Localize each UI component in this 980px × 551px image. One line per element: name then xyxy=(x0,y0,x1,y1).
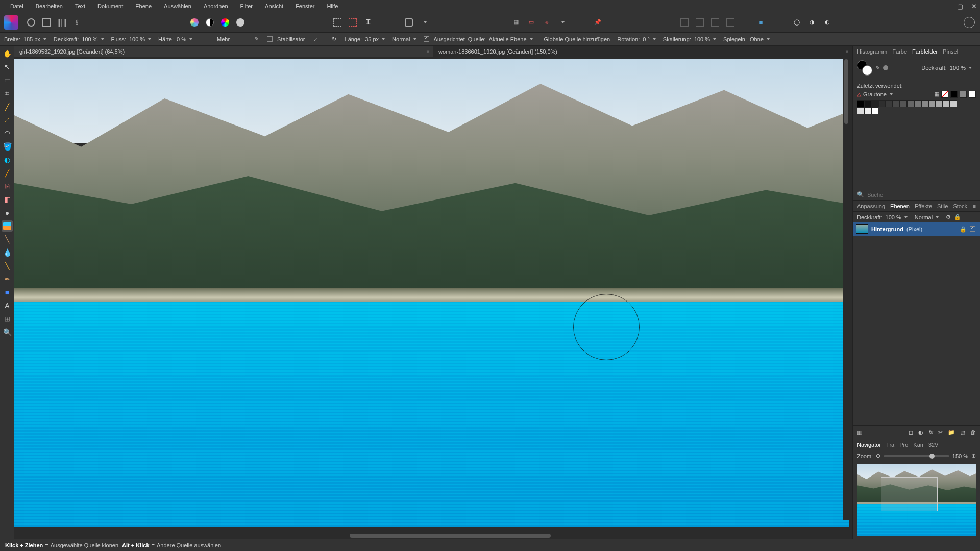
vector-tool-icon[interactable]: ✒ xyxy=(2,273,13,285)
menu-dokument[interactable]: Dokument xyxy=(91,1,129,11)
account-icon[interactable] xyxy=(964,17,975,28)
layer-blend-field[interactable]: Normal xyxy=(915,214,943,220)
tab-anpassung[interactable]: Anpassung xyxy=(857,203,885,209)
marquee-off-icon[interactable] xyxy=(346,16,359,29)
dodge-tool-icon[interactable]: ╲ xyxy=(2,234,13,245)
hardness-field[interactable]: 0 % xyxy=(177,36,197,42)
sw[interactable] xyxy=(857,100,864,107)
flow-field[interactable]: 100 % xyxy=(129,36,155,42)
navigator-preview[interactable] xyxy=(857,464,976,536)
swatch-grid-icon[interactable]: ▦ xyxy=(934,91,939,98)
layer-hintergrund[interactable]: Hintergrund (Pixel) 🔒 xyxy=(853,222,980,236)
color-swap-icon[interactable] xyxy=(862,65,872,76)
mirror-field[interactable]: Ohne xyxy=(750,36,774,42)
brush-tool-icon[interactable]: ╱ xyxy=(2,101,13,112)
tab-navigator[interactable]: Navigator xyxy=(857,442,881,448)
sw[interactable] xyxy=(871,107,878,114)
tab-effekte[interactable]: Effekte xyxy=(915,203,932,209)
doc-tab-1[interactable]: girl-1869532_1920.jpg [Geändert] (64,5%)… xyxy=(14,46,433,57)
stabiliser-checkbox[interactable] xyxy=(267,36,273,42)
menu-datei[interactable]: Datei xyxy=(4,1,30,11)
crop-tool-icon[interactable]: ⌗ xyxy=(2,88,13,99)
persona-liquify-icon[interactable] xyxy=(40,16,53,29)
layer-visible-checkbox[interactable] xyxy=(970,226,975,232)
swatch-preset-select[interactable]: Grautöne xyxy=(863,91,897,97)
magnet-caret[interactable] xyxy=(555,16,569,29)
align-center-icon[interactable]: ≡ xyxy=(754,16,768,29)
lasso-tool-icon[interactable]: ◠ xyxy=(2,128,13,139)
layers-group-icon[interactable]: ▥ xyxy=(857,429,862,436)
sw[interactable] xyxy=(936,100,943,107)
sw[interactable] xyxy=(928,100,936,107)
tab-ebenen[interactable]: Ebenen xyxy=(890,203,910,209)
menu-fenster[interactable]: Fenster xyxy=(289,1,321,11)
attach-icon[interactable]: ▭ xyxy=(525,16,538,29)
quicklook-icon[interactable] xyxy=(402,16,415,29)
hand-tool-icon[interactable]: ✋ xyxy=(2,48,13,59)
close-tab-1-icon[interactable]: × xyxy=(426,48,430,55)
blend-mode-field[interactable]: Normal xyxy=(392,36,420,42)
persona-photo-icon[interactable] xyxy=(24,16,38,29)
zoom-in-icon[interactable]: ⊕ xyxy=(971,453,976,459)
menu-bearbeiten[interactable]: Bearbeiten xyxy=(30,1,69,11)
tab-pinsel[interactable]: Pinsel xyxy=(943,48,958,55)
liquify-tool-icon[interactable]: 💧 xyxy=(2,247,13,258)
align3-icon[interactable] xyxy=(708,16,722,29)
tab-tra[interactable]: Tra xyxy=(886,442,894,448)
navigator-viewport[interactable] xyxy=(881,477,938,511)
persona-export-icon[interactable]: ⇪ xyxy=(70,16,84,29)
align1-icon[interactable] xyxy=(678,16,691,29)
close-tab-2-icon[interactable]: × xyxy=(845,48,849,55)
sw[interactable] xyxy=(886,100,893,107)
dropper-tool-icon[interactable]: ⟋ xyxy=(2,114,13,126)
tab-histogramm[interactable]: Histogramm xyxy=(857,48,887,55)
text-cursor-icon[interactable]: Ꮖ xyxy=(361,16,375,29)
clone-tool-icon[interactable]: ⎘ xyxy=(2,181,13,192)
vertical-scrollbar[interactable] xyxy=(843,59,849,520)
sw[interactable] xyxy=(900,100,907,107)
wet-edges-icon[interactable]: ✎ xyxy=(250,33,263,46)
sw[interactable] xyxy=(914,100,921,107)
swatch-white[interactable] xyxy=(969,91,976,98)
swatch-opacity-field[interactable]: 100 % xyxy=(950,65,976,71)
swatch-grey[interactable] xyxy=(960,91,967,98)
inpaint-tool-icon[interactable] xyxy=(2,220,13,232)
layer-lock-icon[interactable]: 🔒 xyxy=(960,226,967,233)
fx-icon[interactable]: fx xyxy=(928,429,933,436)
scale-field[interactable]: 100 % xyxy=(694,36,720,42)
grid-icon[interactable]: ▦ xyxy=(509,16,523,29)
add-layer-icon[interactable]: ▧ xyxy=(960,429,965,436)
tab-32v[interactable]: 32V xyxy=(928,442,939,448)
canvas[interactable] xyxy=(14,59,849,527)
more-button[interactable]: Mehr xyxy=(213,35,234,43)
mesh-tool-icon[interactable]: ⊞ xyxy=(2,313,13,324)
persona-develop-icon[interactable]: ‖|‖ xyxy=(55,16,68,29)
doc-tab-2[interactable]: woman-1836601_1920.jpg [Geändert] (150,0… xyxy=(433,46,852,57)
layer-opacity-field[interactable]: 100 % xyxy=(886,214,912,220)
marquee-icon[interactable] xyxy=(331,16,344,29)
bw-icon[interactable] xyxy=(203,16,216,29)
add-global-source-button[interactable]: Globale Quelle hinzufügen xyxy=(540,35,615,43)
menu-auswaehlen[interactable]: Auswählen xyxy=(158,1,198,11)
mask-icon[interactable]: ◻ xyxy=(909,429,913,436)
grey-icon[interactable] xyxy=(234,16,247,29)
magnet-icon[interactable]: ⎈ xyxy=(540,16,553,29)
sw[interactable] xyxy=(864,107,871,114)
dropper-icon[interactable]: ✎ xyxy=(875,65,880,71)
move-tool-icon[interactable]: ↖ xyxy=(2,61,13,72)
tab-stock[interactable]: Stock xyxy=(953,203,967,209)
eraser-tool-icon[interactable]: ◧ xyxy=(2,194,13,205)
view-tool-icon[interactable]: ▭ xyxy=(2,74,13,86)
panel-menu-icon-3[interactable]: ≡ xyxy=(973,442,976,448)
align2-icon[interactable] xyxy=(693,16,706,29)
flood-tool-icon[interactable]: 🪣 xyxy=(2,141,13,152)
width-field[interactable]: 185 px xyxy=(23,36,51,42)
text-tool-icon[interactable]: A xyxy=(2,300,13,311)
sw[interactable] xyxy=(871,100,878,107)
zoom-slider[interactable] xyxy=(884,455,949,457)
sw[interactable] xyxy=(864,100,871,107)
close-icon[interactable]: ✕ xyxy=(971,3,977,10)
minimize-icon[interactable]: — xyxy=(942,3,949,10)
gear-icon[interactable]: ⚙ xyxy=(946,214,951,220)
layer-op1-icon[interactable]: ◯ xyxy=(790,16,803,29)
